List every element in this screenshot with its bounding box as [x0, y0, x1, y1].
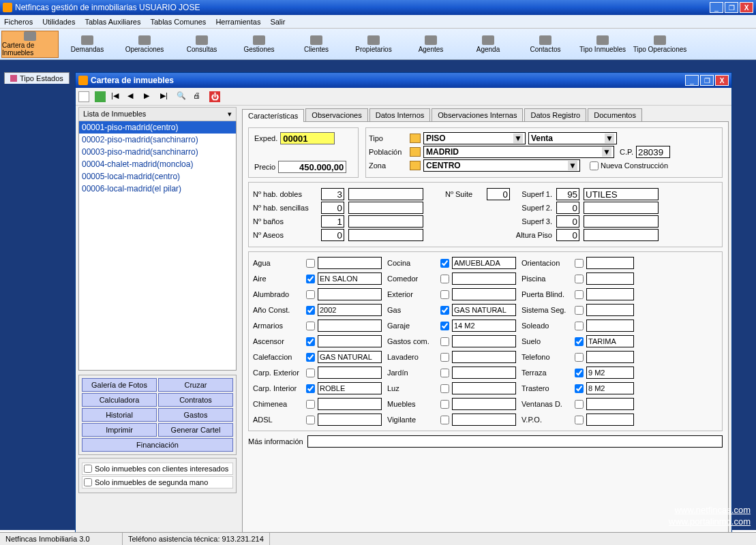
sistema-checkbox[interactable]: [575, 306, 584, 315]
telefono-input[interactable]: [586, 351, 634, 363]
menu-tablas-aux[interactable]: Tablas Auxiliares: [85, 18, 141, 26]
soleado-input[interactable]: [586, 320, 634, 332]
gastos-checkbox[interactable]: [440, 337, 449, 346]
exterior-checkbox[interactable]: [440, 290, 449, 299]
gas-input[interactable]: [452, 304, 516, 316]
minimize-button[interactable]: _: [710, 2, 723, 13]
adsl-checkbox[interactable]: [306, 416, 315, 424]
close-button[interactable]: X: [740, 2, 753, 13]
sistema-input[interactable]: [586, 304, 634, 316]
comedor-checkbox[interactable]: [440, 275, 449, 283]
menu-utilidades[interactable]: Utilidades: [42, 18, 75, 26]
piscina-input[interactable]: [586, 272, 634, 285]
cocina-checkbox[interactable]: [440, 259, 449, 268]
tool-tipo-operaciones[interactable]: Tipo Operaciones: [631, 31, 689, 58]
tool-tipo-inmuebles[interactable]: Tipo Inmuebles: [574, 31, 631, 58]
menu-tablas-com[interactable]: Tablas Comunes: [150, 18, 206, 26]
chevron-down-icon[interactable]: ▼: [602, 147, 611, 157]
link-portalinmo[interactable]: www.portalinmo.com: [669, 516, 751, 527]
list-item[interactable]: 00001-piso-madrid(centro): [79, 121, 236, 134]
terraza-checkbox[interactable]: [575, 369, 584, 377]
tab-documentos[interactable]: Documentos: [588, 108, 642, 121]
check-interesados[interactable]: [84, 465, 92, 473]
tool-cartera[interactable]: Cartera de Inmuebles: [1, 31, 59, 58]
tool-gestiones[interactable]: Gestiones: [230, 31, 288, 58]
chevron-down-icon[interactable]: ▼: [605, 134, 614, 143]
check-segunda-mano[interactable]: [84, 478, 92, 486]
piscina-checkbox[interactable]: [575, 275, 584, 283]
new-icon[interactable]: [78, 91, 89, 102]
tab-caracteristicas[interactable]: Características: [242, 109, 304, 122]
superf1-text[interactable]: [584, 188, 659, 200]
adsl-input[interactable]: [318, 414, 382, 426]
tool-operaciones[interactable]: Operaciones: [116, 31, 173, 58]
tipo-combo[interactable]: PISO▼: [423, 132, 526, 144]
superf3-input[interactable]: [556, 215, 579, 228]
alumbrado-checkbox[interactable]: [306, 290, 315, 299]
gas-checkbox[interactable]: [440, 306, 449, 315]
orientacion-checkbox[interactable]: [575, 259, 584, 268]
jardin-input[interactable]: [452, 367, 516, 379]
contratos-button[interactable]: Contratos: [158, 393, 233, 407]
trastero-input[interactable]: [586, 382, 634, 394]
aseos-input[interactable]: [321, 229, 344, 241]
hab-senc-text[interactable]: [348, 202, 423, 214]
imprimir-button[interactable]: Imprimir: [82, 423, 157, 437]
muebles-input[interactable]: [452, 398, 516, 410]
tab-datos-internos[interactable]: Datos Internos: [369, 108, 431, 121]
calefaccion-checkbox[interactable]: [306, 353, 315, 362]
list-item[interactable]: 00004-chalet-madrid(moncloa): [79, 158, 236, 170]
aire-input[interactable]: [318, 272, 382, 285]
tool-agentes[interactable]: Agentes: [402, 31, 459, 58]
precio-input[interactable]: [278, 161, 346, 173]
stop-icon[interactable]: ⏻: [209, 91, 220, 102]
luz-input[interactable]: [452, 382, 516, 394]
inner-close-button[interactable]: X: [715, 75, 729, 86]
folder-icon[interactable]: [410, 147, 421, 157]
trastero-checkbox[interactable]: [575, 384, 584, 393]
print-icon[interactable]: 🖨: [193, 91, 204, 102]
superf3-text[interactable]: [584, 215, 659, 228]
tool-clientes[interactable]: Clientes: [288, 31, 345, 58]
altura-input[interactable]: [556, 229, 579, 241]
comedor-input[interactable]: [452, 272, 516, 285]
refresh-icon[interactable]: [95, 91, 106, 102]
vpo-checkbox[interactable]: [575, 416, 584, 424]
list-header[interactable]: Lista de Inmuebles▾: [78, 107, 237, 121]
alumbrado-input[interactable]: [318, 288, 382, 300]
banos-text[interactable]: [348, 215, 423, 228]
exterior-input[interactable]: [452, 288, 516, 300]
inner-minimize-button[interactable]: _: [685, 75, 699, 86]
chimenea-checkbox[interactable]: [306, 400, 315, 409]
vigilante-checkbox[interactable]: [440, 416, 449, 424]
tab-observaciones[interactable]: Observaciones: [305, 108, 367, 121]
ventanas-checkbox[interactable]: [575, 400, 584, 409]
menu-salir[interactable]: Salir: [270, 18, 285, 26]
agua-checkbox[interactable]: [306, 259, 315, 268]
telefono-checkbox[interactable]: [575, 353, 584, 362]
more-info-input[interactable]: [307, 435, 723, 448]
calefaccion-input[interactable]: [318, 351, 382, 363]
hab-senc-input[interactable]: [321, 202, 344, 214]
altura-text[interactable]: [584, 229, 659, 241]
tool-propietarios[interactable]: Propietarios: [345, 31, 402, 58]
folder-icon[interactable]: [410, 161, 421, 170]
cruzar-button[interactable]: Cruzar: [158, 378, 233, 392]
luz-checkbox[interactable]: [440, 384, 449, 393]
calculadora-button[interactable]: Calculadora: [82, 393, 157, 407]
jardin-checkbox[interactable]: [440, 369, 449, 377]
tool-demandas[interactable]: Demandas: [59, 31, 116, 58]
carp_int-checkbox[interactable]: [306, 384, 315, 393]
lavadero-input[interactable]: [452, 351, 516, 363]
last-icon[interactable]: ▶|: [160, 91, 171, 102]
menu-ficheros[interactable]: Ficheros: [4, 18, 33, 26]
garaje-checkbox[interactable]: [440, 322, 449, 330]
nueva-checkbox[interactable]: [590, 161, 599, 170]
maximize-button[interactable]: ❐: [725, 2, 738, 13]
tab-obs-internas[interactable]: Observaciones Internas: [432, 108, 523, 121]
puerta-checkbox[interactable]: [575, 290, 584, 299]
tool-consultas[interactable]: Consultas: [173, 31, 230, 58]
chimenea-input[interactable]: [318, 398, 382, 410]
banos-input[interactable]: [321, 215, 344, 228]
first-icon[interactable]: |◀: [111, 91, 122, 102]
